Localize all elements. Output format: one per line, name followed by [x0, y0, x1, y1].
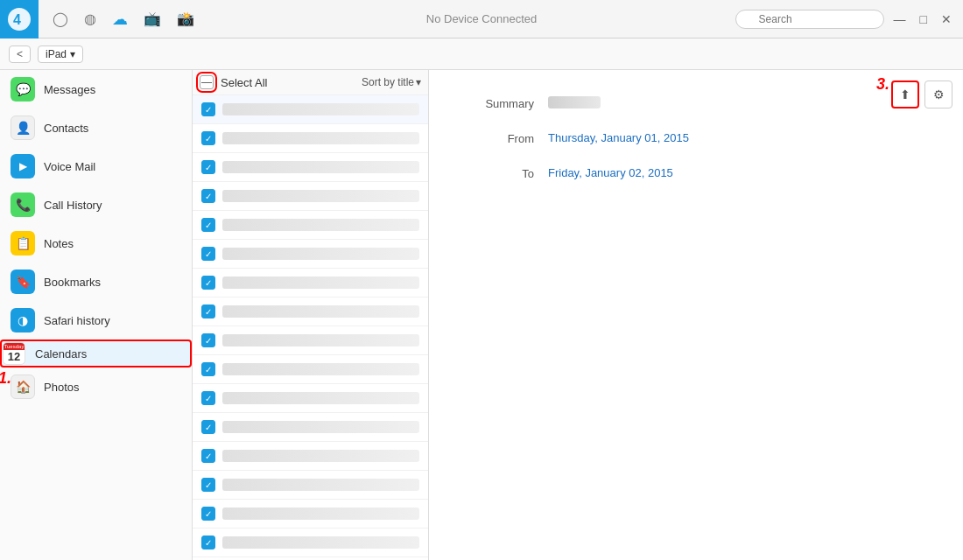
navbar: < iPad ▾	[0, 38, 963, 70]
item-content	[222, 536, 419, 549]
settings-button[interactable]: ⚙	[924, 80, 952, 108]
item-content	[222, 334, 419, 346]
export-icon: ⬆	[900, 88, 910, 102]
minus-icon: —	[201, 76, 212, 88]
sidebar-item-calendars[interactable]: Tuesday 12 Calendars	[0, 340, 192, 368]
device-selector[interactable]: iPad ▾	[38, 46, 83, 63]
item-checkbox[interactable]	[201, 276, 215, 290]
annotation-3: 3.	[876, 75, 889, 94]
list-item[interactable]	[193, 182, 428, 211]
calendars-icon: Tuesday 12	[2, 341, 26, 366]
sidebar-item-callhistory[interactable]: 📞 Call History	[0, 186, 192, 224]
photos-icon: 🏠	[11, 374, 35, 399]
item-checkbox[interactable]	[201, 102, 215, 116]
list-item[interactable]	[193, 211, 428, 240]
sidebar-item-voicemail[interactable]: ▶ Voice Mail	[0, 147, 192, 186]
item-checkbox[interactable]	[201, 218, 215, 232]
item-checkbox[interactable]	[201, 478, 215, 492]
detail-summary-row: Summary	[464, 96, 928, 110]
list-item[interactable]	[193, 326, 428, 355]
list-toolbar: 2. — Select All Sort by title ▾	[193, 70, 428, 95]
back-icon: <	[17, 48, 23, 60]
minimize-button[interactable]: —	[889, 10, 910, 28]
sidebar-label-contacts: Contacts	[44, 122, 88, 135]
sync-icon[interactable]: ◯	[53, 10, 68, 27]
deselect-all-checkbox[interactable]: —	[200, 75, 214, 89]
callhistory-icon: 📞	[11, 192, 35, 217]
item-checkbox[interactable]	[201, 362, 215, 376]
item-checkbox[interactable]	[201, 391, 215, 405]
sidebar-item-bookmarks[interactable]: 🔖 Bookmarks	[0, 262, 192, 301]
list-item[interactable]	[193, 413, 428, 442]
contacts-icon: 👤	[11, 116, 35, 140]
cloud-icon[interactable]: ☁	[112, 10, 128, 29]
list-item[interactable]	[193, 240, 428, 269]
sidebar-item-notes[interactable]: 📋 Notes	[0, 224, 192, 262]
summary-value	[548, 96, 601, 108]
list-panel: 2. — Select All Sort by title ▾	[193, 70, 429, 560]
sidebar-label-photos: Photos	[44, 381, 79, 394]
backup-icon[interactable]: ◍	[84, 10, 96, 27]
item-checkbox[interactable]	[201, 247, 215, 261]
list-item[interactable]	[193, 95, 428, 124]
sidebar-item-messages[interactable]: 💬 Messages	[0, 70, 192, 108]
item-checkbox[interactable]	[201, 131, 215, 145]
sidebar-label-bookmarks: Bookmarks	[44, 276, 101, 289]
item-checkbox[interactable]	[201, 507, 215, 521]
apps-icon[interactable]: 📸	[177, 10, 194, 27]
list-items	[193, 95, 428, 560]
item-checkbox[interactable]	[201, 333, 215, 347]
item-checkbox[interactable]	[201, 304, 215, 318]
search-input[interactable]	[759, 13, 875, 25]
safari-icon: ◑	[11, 308, 35, 332]
list-item[interactable]	[193, 269, 428, 298]
back-button[interactable]: <	[9, 46, 31, 63]
item-checkbox[interactable]	[201, 536, 215, 550]
sidebar-label-calendars: Calendars	[35, 347, 87, 360]
sidebar-item-safari[interactable]: ◑ Safari history	[0, 301, 192, 340]
action-buttons: 3. ⬆ ⚙	[891, 80, 952, 108]
item-checkbox[interactable]	[201, 189, 215, 203]
messages-icon: 💬	[11, 77, 35, 102]
sort-label: Sort by title	[362, 76, 414, 88]
search-box	[735, 10, 884, 29]
item-content	[222, 421, 419, 433]
list-item[interactable]	[193, 500, 428, 528]
list-item[interactable]	[193, 355, 428, 384]
summary-label: Summary	[464, 96, 534, 110]
item-checkbox[interactable]	[201, 160, 215, 174]
sidebar-label-voicemail: Voice Mail	[44, 160, 95, 173]
item-content	[222, 450, 419, 462]
maximize-button[interactable]: □	[916, 10, 931, 28]
list-item[interactable]	[193, 153, 428, 182]
list-item[interactable]	[193, 471, 428, 500]
sort-button[interactable]: Sort by title ▾	[362, 76, 421, 88]
list-item[interactable]	[193, 442, 428, 471]
close-button[interactable]: ✕	[937, 10, 956, 28]
sidebar-item-photos[interactable]: 🏠 Photos 1.	[0, 368, 192, 406]
device-icon[interactable]: 📺	[144, 10, 161, 27]
from-value: Thursday, January 01, 2015	[548, 131, 689, 144]
select-all-label: Select All	[221, 76, 355, 89]
item-checkbox[interactable]	[201, 449, 215, 463]
sort-chevron-icon: ▾	[416, 76, 421, 88]
list-item[interactable]	[193, 528, 428, 557]
search-box-wrap: 🔍	[735, 10, 884, 29]
sidebar-label-callhistory: Call History	[44, 199, 102, 212]
item-content	[222, 190, 419, 202]
titlebar-title: No Device Connected	[426, 12, 537, 25]
item-content	[222, 276, 419, 289]
list-item[interactable]	[193, 124, 428, 153]
list-item[interactable]	[193, 384, 428, 413]
list-item[interactable]	[193, 298, 428, 326]
item-content	[222, 219, 419, 231]
gear-icon: ⚙	[933, 88, 945, 102]
main-area: 💬 Messages 👤 Contacts ▶ Voice Mail 📞 Cal…	[0, 70, 963, 560]
sidebar-item-contacts[interactable]: 👤 Contacts	[0, 108, 192, 147]
titlebar-right: 🔍 — □ ✕	[735, 10, 963, 29]
item-content	[222, 132, 419, 144]
item-content	[222, 305, 419, 318]
export-button[interactable]: ⬆	[891, 80, 919, 108]
item-checkbox[interactable]	[201, 420, 215, 434]
item-content	[222, 479, 419, 491]
